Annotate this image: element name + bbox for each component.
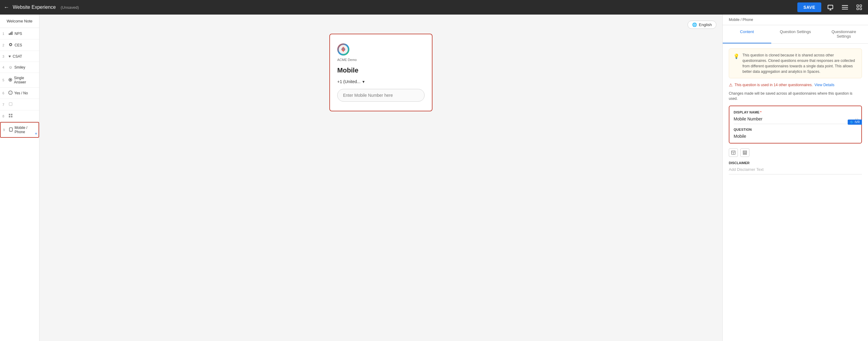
panel-header: Mobile / Phone (723, 14, 868, 25)
language-label: English (699, 23, 712, 27)
sidebar-item-nps[interactable]: 1 NPS (0, 28, 39, 39)
info-bulb-icon: 💡 (733, 53, 739, 74)
icon-table-button[interactable] (729, 148, 738, 157)
tab-question-settings[interactable]: Question Settings (771, 25, 820, 43)
item-num-9: 9 (3, 128, 7, 132)
topbar: ← Website Experience (Unsaved) SAVE (0, 0, 868, 14)
item-num-5: 5 (2, 78, 7, 82)
smiley-icon: ☺ (8, 65, 12, 69)
warning-row: ⚠ This question is used in 14 other ques… (729, 83, 862, 87)
single-answer-icon (8, 78, 12, 83)
sidebar-nps-label: NPS (14, 32, 22, 36)
disclaimer-label: DISCLAIMER (729, 161, 862, 165)
svg-rect-28 (743, 151, 747, 152)
unsaved-label: (Unsaved) (61, 5, 79, 10)
dropdown-chevron-icon: ▾ (363, 79, 365, 84)
svg-rect-8 (857, 8, 859, 10)
display-name-section: DISPLAY NAME* Mobile Number 13 QUESTION … (729, 105, 862, 144)
warning-triangle-icon: ⚠ (729, 83, 733, 87)
sidebar-single-answer-label: Single Answer (14, 76, 37, 84)
ivr-badge[interactable]: 🔷 IVR (848, 120, 862, 125)
monitor-icon-button[interactable] (825, 3, 836, 11)
sidebar-csat-label: CSAT (13, 54, 22, 59)
item-num-3: 3 (2, 55, 7, 58)
clone-info-text: This question is cloned because it is sh… (742, 53, 857, 74)
ces-icon (8, 42, 13, 48)
sidebar-yes-no-label: Yes / No (14, 91, 28, 95)
sidebar-welcome[interactable]: Welcome Note (0, 14, 39, 28)
tab-content[interactable]: Content (723, 25, 771, 43)
item-num-2: 2 (2, 43, 7, 47)
item-num-6: 6 (2, 91, 7, 95)
language-bar: 🌐 English (45, 21, 716, 29)
svg-text:✓: ✓ (10, 92, 11, 94)
svg-rect-19 (11, 114, 12, 115)
yes-no-icon: ✓ (8, 91, 12, 96)
svg-rect-12 (11, 32, 12, 35)
nps-icon (8, 31, 13, 36)
question-field-section: QUESTION Mobile (734, 128, 857, 138)
panel-tabs: Content Question Settings Questionnaire … (723, 25, 868, 44)
svg-rect-9 (860, 8, 862, 10)
item8-icon (8, 114, 13, 119)
preview-card: ACME Demo Mobile +1 (United... ▾ (329, 34, 432, 111)
display-name-value[interactable]: Mobile Number (734, 117, 857, 124)
csat-icon: ♥ (8, 54, 11, 59)
sidebar-item-7[interactable]: 7 (0, 99, 39, 111)
svg-rect-11 (10, 32, 11, 35)
menu-icon-button[interactable] (839, 4, 850, 11)
sidebar-item-mobile[interactable]: 9 Mobile / Phone + (0, 122, 39, 138)
save-button[interactable]: SAVE (797, 2, 821, 12)
clone-info-box: 💡 This question is cloned because it is … (729, 49, 862, 78)
right-panel: Mobile / Phone Content Question Settings… (722, 14, 868, 341)
svg-rect-30 (743, 154, 747, 154)
mobile-number-input[interactable] (337, 89, 425, 102)
mobile-icon (9, 127, 13, 132)
country-code-dropdown[interactable]: +1 (United... ▾ (337, 79, 365, 84)
country-code-label: +1 (United... (337, 79, 361, 84)
sidebar-item-smiley[interactable]: 4 ☺ Smiley (0, 62, 39, 73)
svg-rect-7 (860, 5, 862, 7)
icon-list-button[interactable] (740, 148, 749, 157)
question-value[interactable]: Mobile (734, 134, 857, 138)
language-selector[interactable]: 🌐 English (687, 21, 716, 29)
grid-icon-button[interactable] (854, 3, 864, 11)
sidebar-item-ces[interactable]: 2 CES (0, 39, 39, 51)
svg-point-14 (10, 79, 11, 81)
icon-row (729, 148, 862, 157)
ivr-label: IVR (855, 120, 860, 124)
svg-rect-6 (857, 5, 859, 7)
panel-body: 💡 This question is cloned because it is … (723, 44, 868, 341)
tab-questionnaire-settings[interactable]: Questionnaire Settings (819, 25, 868, 43)
question-label: QUESTION (734, 128, 857, 131)
sidebar-item-csat[interactable]: 3 ♥ CSAT (0, 51, 39, 62)
sidebar-item-8[interactable]: 8 (0, 111, 39, 122)
item-num-1: 1 (2, 32, 7, 35)
item7-icon (8, 102, 13, 107)
add-item-icon[interactable]: + (35, 131, 37, 136)
display-name-label: DISPLAY NAME* (734, 111, 857, 114)
app-title: Website Experience (13, 5, 56, 10)
sidebar-item-single-answer[interactable]: 5 Single Answer (0, 73, 39, 88)
item-num-4: 4 (2, 65, 7, 69)
sidebar-item-yes-no[interactable]: 6 ✓ Yes / No (0, 88, 39, 99)
change-note: Changes made will be saved across all qu… (729, 91, 862, 101)
back-button[interactable]: ← (4, 4, 9, 11)
company-name: ACME Demo (337, 58, 356, 62)
view-details-link[interactable]: View Details (815, 83, 835, 87)
item-num-7: 7 (2, 103, 7, 106)
disclaimer-section: DISCLAIMER Add Disclaimer Text (729, 161, 862, 175)
warning-text: This question is used in 14 other questi… (735, 83, 813, 87)
sidebar-mobile-label: Mobile / Phone (14, 126, 36, 134)
disclaimer-input[interactable]: Add Disclaimer Text (729, 167, 862, 175)
svg-rect-20 (9, 116, 10, 117)
globe-icon: 🌐 (692, 23, 697, 27)
sidebar-ces-label: CES (14, 43, 22, 47)
svg-rect-18 (9, 114, 10, 115)
preview-title: Mobile (337, 66, 359, 74)
item-num-8: 8 (2, 114, 7, 118)
company-logo (337, 43, 349, 56)
svg-rect-29 (743, 152, 747, 153)
main-layout: Welcome Note 1 NPS 2 CES 3 ♥ CSAT 4 ☺ Sm… (0, 14, 868, 341)
svg-rect-0 (828, 5, 833, 9)
